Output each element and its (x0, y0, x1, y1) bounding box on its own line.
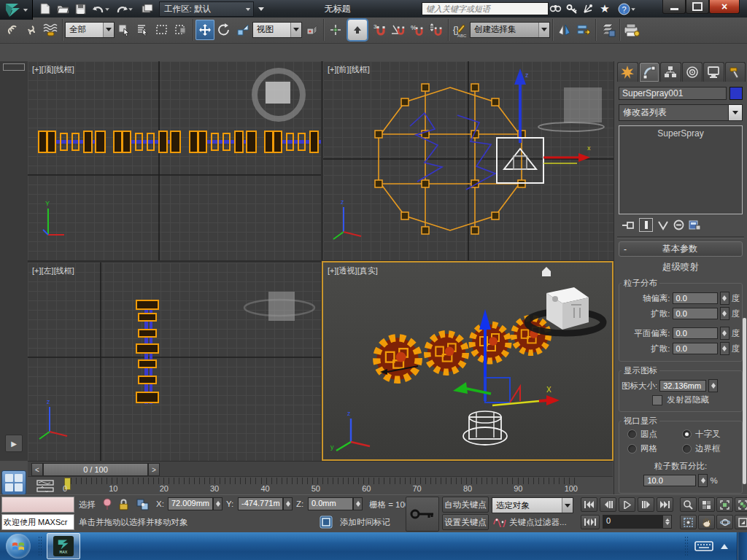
maximize-button[interactable] (686, 0, 709, 14)
redo-button[interactable] (115, 2, 134, 15)
off-plane-spinner[interactable] (720, 327, 729, 340)
viewport-front[interactable]: [+][前][线框] (323, 61, 614, 260)
select-and-scale-icon[interactable] (233, 20, 252, 40)
icon-size-spinner[interactable] (708, 379, 718, 392)
z-coordinate-field[interactable]: 0.0mm (308, 497, 353, 510)
zoom-all-icon[interactable] (698, 497, 715, 512)
selection-filter-dropdown[interactable]: 全部 (65, 22, 115, 38)
play-button[interactable] (619, 497, 635, 512)
bind-to-space-warp-icon[interactable] (41, 20, 60, 40)
communication-center-icon[interactable] (581, 2, 595, 15)
zoom-extents-icon[interactable] (716, 497, 733, 512)
go-to-end-button[interactable] (657, 497, 673, 512)
radio-dots[interactable]: 圆点 (627, 429, 679, 440)
modifier-stack[interactable]: SuperSpray (619, 125, 743, 214)
redo-dropdown-arrow[interactable] (128, 8, 133, 12)
taskbar-3dsmax-button[interactable]: MAX (47, 533, 80, 559)
key-mode-dropdown[interactable]: 选定对象 (492, 497, 572, 512)
use-pivot-point-center-icon[interactable] (302, 20, 321, 40)
particle-percent-field[interactable]: 10.0 (643, 475, 696, 486)
maxscript-mini-listener-white[interactable]: 欢迎使用 MAXScr (1, 514, 74, 530)
x-coordinate-field[interactable]: 72.009mm (168, 497, 213, 510)
viewport-layout-tab[interactable] (3, 63, 25, 71)
percent-snap-toggle-icon[interactable]: % (408, 20, 427, 40)
y-spinner[interactable] (283, 497, 293, 510)
select-and-manipulate-icon[interactable] (326, 20, 345, 40)
auto-key-button[interactable]: 自动关键点 (442, 497, 489, 513)
show-end-result-icon[interactable] (639, 218, 653, 232)
viewport-top[interactable]: [+][顶][线框] (28, 61, 321, 260)
start-button[interactable] (6, 534, 31, 559)
isolate-selection-icon[interactable] (320, 516, 333, 529)
set-key-button[interactable]: 设置关键点 (442, 514, 489, 530)
modifier-stack-item[interactable]: SuperSpray (619, 126, 742, 139)
viewport-top-label[interactable]: [+][顶][线框] (32, 64, 74, 75)
frame-spinner[interactable] (662, 515, 672, 529)
unlink-selection-icon[interactable] (22, 20, 41, 40)
orbit-icon[interactable] (716, 515, 733, 529)
maximize-viewport-icon[interactable] (735, 515, 747, 529)
rectangular-selection-region-icon[interactable] (152, 20, 171, 40)
show-desktop-button[interactable] (737, 532, 747, 560)
remove-modifier-icon[interactable] (673, 219, 684, 230)
select-by-name-icon[interactable] (133, 20, 152, 40)
window-crossing-icon[interactable] (171, 20, 190, 40)
spread1-spinner[interactable] (720, 307, 729, 320)
help-icon[interactable]: ? (617, 1, 636, 16)
key-filters-button[interactable]: 关键点过滤器... (509, 517, 567, 528)
radio-ticks[interactable]: 十字叉 (682, 429, 734, 440)
strip-expand-arrow-icon[interactable]: ▶ (5, 435, 23, 452)
track-bar[interactable]: 0 10 20 30 40 50 60 70 80 90 100 (28, 476, 613, 495)
zoom-icon[interactable] (680, 497, 697, 512)
radio-bbox[interactable]: 边界框 (682, 443, 734, 454)
spinner-snap-toggle-icon[interactable] (427, 20, 446, 40)
viewport-left-label[interactable]: [+][左][线框] (32, 265, 74, 276)
spread1-field[interactable]: 0.0 (673, 308, 718, 319)
pin-stack-icon[interactable] (622, 220, 635, 230)
off-axis-spinner[interactable] (720, 292, 729, 305)
snaps-toggle-icon[interactable]: 3 (370, 20, 389, 40)
search-input[interactable]: 键入关键字或短语 (422, 2, 549, 15)
select-and-rotate-icon[interactable] (214, 20, 233, 40)
new-scene-button[interactable] (38, 2, 53, 15)
minimize-button[interactable] (662, 0, 686, 14)
search-icon[interactable] (547, 2, 563, 15)
keyboard-shortcut-override-toggle[interactable] (348, 20, 367, 40)
license-key-icon[interactable] (565, 2, 579, 15)
app-logo[interactable] (0, 0, 33, 20)
favorites-star-icon[interactable]: ★ (597, 1, 613, 16)
panel-scrollbar[interactable] (743, 318, 746, 484)
next-frame-button[interactable] (638, 497, 654, 512)
select-and-move-button[interactable] (196, 20, 214, 40)
next-frame-slider-button[interactable]: > (148, 463, 160, 476)
viewport-layout-button[interactable] (1, 470, 26, 495)
input-method-keyboard-icon[interactable] (694, 540, 713, 553)
viewport-front-label[interactable]: [+][前][线框] (328, 64, 370, 75)
previous-frame-button[interactable] (600, 497, 616, 512)
particle-percent-spinner[interactable] (698, 474, 708, 487)
show-hidden-icons-button[interactable] (719, 541, 729, 551)
z-spinner[interactable] (353, 497, 363, 510)
radio-mesh[interactable]: 网格 (627, 443, 679, 454)
current-frame-field[interactable]: 0 (603, 515, 662, 529)
configure-modifier-sets-icon[interactable] (689, 219, 701, 230)
previous-frame-slider-button[interactable]: < (31, 463, 43, 476)
workspace-menu-arrow-icon[interactable] (255, 3, 267, 15)
y-coordinate-field[interactable]: -474.771m (238, 497, 283, 510)
named-selection-set-dropdown[interactable]: 创建选择集 (470, 22, 550, 38)
modifier-list-dropdown[interactable]: 修改器列表 (619, 104, 743, 121)
align-icon[interactable] (574, 20, 593, 40)
object-color-swatch[interactable] (729, 87, 743, 100)
tab-utilities[interactable] (725, 62, 746, 82)
viewport-perspective[interactable]: [+][透视][真实] (323, 262, 612, 459)
selection-lock-icon[interactable] (118, 498, 129, 511)
absolute-mode-icon[interactable] (136, 498, 150, 511)
viewport-perspective-label[interactable]: [+][透视][真实] (328, 265, 378, 276)
spread2-field[interactable]: 0.0 (673, 343, 718, 354)
workspace-selector[interactable]: 工作区: 默认 (159, 1, 254, 17)
emitter-hidden-checkbox[interactable] (652, 395, 662, 405)
tab-hierarchy[interactable] (660, 62, 681, 82)
save-file-button[interactable] (73, 2, 88, 15)
close-button[interactable]: × (709, 0, 740, 14)
icon-size-field[interactable]: 32.136mm (659, 380, 706, 392)
